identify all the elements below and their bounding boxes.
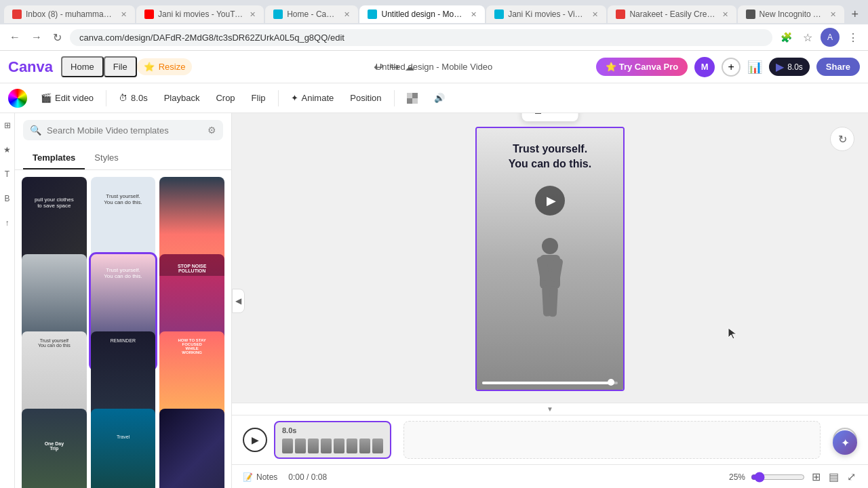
share-button[interactable]: Share bbox=[816, 58, 860, 76]
zoom-percent: 25% bbox=[729, 472, 745, 482]
edit-video-button[interactable]: 🎬 Edit video bbox=[34, 89, 100, 106]
sidebar-brand-icon[interactable]: B bbox=[1, 192, 14, 205]
flip-button[interactable]: Flip bbox=[245, 89, 273, 106]
tab-canva-home[interactable]: Home - Canva ✕ bbox=[265, 5, 358, 23]
sidebar-templates-icon[interactable]: ⊞ bbox=[1, 119, 14, 132]
sidebar-uploads-icon[interactable]: ↑ bbox=[1, 216, 14, 230]
reload-button[interactable]: ↻ bbox=[50, 30, 64, 45]
star-icon: ⭐ bbox=[144, 62, 155, 72]
playback-button[interactable]: Playback bbox=[157, 89, 207, 106]
bookmark-button[interactable]: ☆ bbox=[800, 30, 815, 45]
svg-point-4 bbox=[542, 238, 558, 254]
video-icon: 🎬 bbox=[41, 93, 52, 103]
thumb-3 bbox=[308, 439, 319, 453]
tab-templates[interactable]: Templates bbox=[23, 147, 85, 169]
more-button[interactable]: ⋮ bbox=[845, 30, 861, 45]
app: Canva Home File ⭐ Resize ↩ ↪ ☁ Untitled … bbox=[0, 51, 868, 488]
play-time-display: ▶ 8.0s bbox=[769, 58, 810, 76]
tab-youtube[interactable]: Jani ki movies - YouTu... ✕ bbox=[136, 5, 264, 23]
time-icon: ⏱ bbox=[119, 93, 127, 103]
resize-button[interactable]: ⭐ Resize bbox=[137, 58, 193, 75]
sidebar-text-icon[interactable]: T bbox=[1, 167, 14, 181]
extensions-button[interactable]: 🧩 bbox=[778, 30, 795, 44]
forward-button[interactable]: → bbox=[28, 30, 45, 45]
url-bar[interactable] bbox=[70, 29, 772, 46]
view-layout-1[interactable]: ⊞ bbox=[810, 469, 822, 485]
color-wheel[interactable] bbox=[8, 89, 27, 108]
canvas-floating-toolbar: 🗑 ••• bbox=[522, 113, 578, 121]
browser-chrome: Inbox (8) - muhammad:... ✕ Jani ki movie… bbox=[0, 0, 868, 51]
animate-button[interactable]: ✦ Animate bbox=[284, 89, 341, 106]
checkerboard-button[interactable] bbox=[400, 89, 425, 107]
template-card-10[interactable]: One DayTrip ▶ bbox=[22, 409, 87, 488]
notes-button[interactable]: 📝 Notes bbox=[243, 472, 277, 482]
svg-rect-0 bbox=[407, 93, 412, 98]
tab-close[interactable]: ✕ bbox=[344, 10, 350, 19]
filter-icon[interactable]: ⚙ bbox=[208, 125, 216, 136]
timeline-play-button[interactable]: ▶ bbox=[243, 428, 267, 452]
zoom-slider[interactable] bbox=[751, 472, 805, 483]
thumb-5 bbox=[334, 439, 344, 453]
collapse-panel-button[interactable]: ◀ bbox=[232, 289, 245, 313]
thumb-7 bbox=[359, 439, 370, 453]
refresh-button[interactable]: ↻ bbox=[830, 127, 854, 151]
canvas-delete-button[interactable]: 🗑 bbox=[529, 113, 548, 117]
try-canva-pro-button[interactable]: ⭐Try Canva Pro bbox=[596, 58, 688, 76]
menu-home[interactable]: Home bbox=[61, 56, 104, 77]
tab-narakeet[interactable]: Narakeet - Easily Crea... ✕ bbox=[608, 5, 736, 23]
template-card-12[interactable]: ▶ bbox=[159, 409, 224, 488]
template-card-11[interactable]: Travel ▶ bbox=[91, 409, 156, 488]
tab-close[interactable]: ✕ bbox=[830, 10, 836, 19]
audio-button[interactable]: 🔊 bbox=[427, 89, 452, 106]
menu-file[interactable]: File bbox=[104, 56, 137, 77]
tab-close[interactable]: ✕ bbox=[592, 10, 598, 19]
cursor-indicator bbox=[727, 327, 741, 343]
tab-inbox[interactable]: Inbox (8) - muhammad:... ✕ bbox=[4, 5, 135, 23]
timeline-clip[interactable]: 8.0s bbox=[274, 421, 391, 459]
document-title: Untitled design - Mobile Video bbox=[376, 62, 492, 72]
search-input[interactable] bbox=[47, 125, 202, 136]
tab-close[interactable]: ✕ bbox=[471, 10, 477, 19]
scroll-arrow: ▼ bbox=[547, 405, 553, 413]
templates-grid: pull your clothesto save space ▶ Trust y… bbox=[15, 170, 231, 488]
magic-button[interactable]: ✦ bbox=[833, 430, 857, 455]
tab-favicon bbox=[368, 9, 377, 19]
tab-jani-video[interactable]: Jani Ki movies - Video ✕ bbox=[486, 5, 606, 23]
tab-close[interactable]: ✕ bbox=[722, 10, 728, 19]
tab-favicon bbox=[144, 9, 154, 19]
add-team-button[interactable]: + bbox=[722, 58, 741, 77]
crop-button[interactable]: Crop bbox=[209, 89, 241, 106]
view-layout-2[interactable]: ▤ bbox=[827, 469, 840, 485]
time-display[interactable]: ⏱ 8.0s bbox=[112, 89, 155, 106]
canvas-progress-bar[interactable] bbox=[482, 382, 618, 384]
canvas-video-background: Trust yourself. You can do this. ▶ bbox=[477, 128, 623, 390]
back-button[interactable]: ← bbox=[7, 30, 23, 45]
tab-bar: Inbox (8) - muhammad:... ✕ Jani ki movie… bbox=[0, 0, 868, 24]
svg-rect-2 bbox=[412, 93, 418, 98]
tab-close[interactable]: ✕ bbox=[121, 10, 127, 19]
fullscreen-button[interactable]: ⤢ bbox=[846, 469, 857, 485]
profile-icon[interactable]: A bbox=[821, 28, 840, 47]
tab-styles[interactable]: Styles bbox=[85, 147, 127, 169]
tab-incognito[interactable]: New Incognito Tab ✕ bbox=[738, 5, 845, 23]
person-silhouette bbox=[526, 236, 574, 324]
timeline-track-area bbox=[403, 421, 821, 459]
user-avatar[interactable]: M bbox=[694, 57, 715, 77]
new-tab-button[interactable]: + bbox=[846, 7, 864, 22]
canvas-play-button[interactable]: ▶ bbox=[535, 186, 565, 216]
svg-rect-9 bbox=[549, 286, 558, 317]
timeline-area: ▼ ▶ 8.0s bbox=[232, 403, 868, 488]
canvas-frame[interactable]: Trust yourself. You can do this. ▶ bbox=[475, 127, 625, 391]
zoom-controls: 25% ⊞ ▤ ⤢ bbox=[729, 469, 857, 485]
tab-favicon bbox=[616, 9, 625, 19]
position-button[interactable]: Position bbox=[343, 89, 388, 106]
search-bar: 🔍 ⚙ bbox=[23, 120, 223, 140]
tab-close[interactable]: ✕ bbox=[250, 10, 256, 19]
tab-canva-design[interactable]: Untitled design - Mobi... ✕ bbox=[359, 5, 485, 23]
analytics-button[interactable]: 📊 bbox=[747, 60, 762, 75]
sidebar-elements-icon[interactable]: ★ bbox=[1, 143, 14, 157]
canvas-wrapper: 🗑 ••• Trust yourself. You can do this. ▶ bbox=[475, 127, 625, 391]
notes-icon: 📝 bbox=[243, 472, 253, 482]
tab-favicon bbox=[12, 9, 22, 19]
canvas-more-button[interactable]: ••• bbox=[552, 113, 572, 117]
